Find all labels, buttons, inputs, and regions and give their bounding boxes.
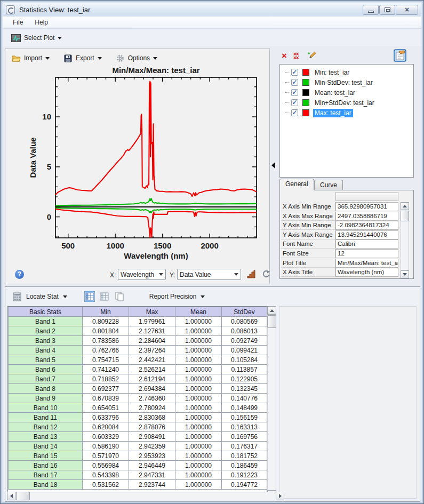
table-row[interactable]: Band 130.6033292.9084911.0000000.169756 xyxy=(9,432,267,442)
table-row[interactable]: Band 40.7627662.3972641.0000000.099421 xyxy=(9,346,267,355)
table-row[interactable]: Band 110.6337962.8303681.0000000.156159 xyxy=(9,413,267,422)
export-button[interactable]: Export xyxy=(60,52,105,65)
y-axis-combobox[interactable]: Data Value xyxy=(177,269,241,280)
band-cell[interactable]: Band 18 xyxy=(9,480,83,490)
stairs-step-plot-icon[interactable] xyxy=(246,269,255,278)
value-cell[interactable]: 2.746360 xyxy=(129,394,175,403)
value-cell[interactable]: 0.086013 xyxy=(222,326,267,336)
table-row[interactable]: Band 10.8092281.9799611.0000000.080569 xyxy=(9,317,267,326)
band-cell[interactable]: Band 9 xyxy=(9,394,83,403)
band-cell[interactable]: Band 5 xyxy=(9,355,83,365)
tab-general[interactable]: General xyxy=(279,179,314,190)
table-row[interactable]: Band 120.6200842.8780761.0000000.163313 xyxy=(9,422,267,432)
value-cell[interactable]: 0.741240 xyxy=(83,365,129,374)
copy-icon[interactable] xyxy=(114,291,125,302)
panel-collapse-arrow[interactable] xyxy=(271,162,275,169)
table-view-selected-icon[interactable] xyxy=(84,291,95,302)
band-cell[interactable]: Band 4 xyxy=(9,346,83,355)
table-row[interactable]: Band 180.5315622.9237441.0000000.194772 xyxy=(9,480,267,490)
menu-help[interactable]: Help xyxy=(30,17,53,28)
delete-all-plots-icon[interactable]: ×××× xyxy=(293,52,299,60)
series-color-chip[interactable] xyxy=(302,69,309,76)
band-cell[interactable]: Band 3 xyxy=(9,336,83,346)
value-cell[interactable]: 1.000000 xyxy=(175,461,222,470)
value-cell[interactable]: 2.947331 xyxy=(129,470,175,480)
legend-checkbox[interactable]: ✓ xyxy=(291,109,298,116)
series-color-chip[interactable] xyxy=(302,109,309,116)
value-cell[interactable]: 0.132345 xyxy=(222,384,267,394)
options-button[interactable]: Options xyxy=(113,52,161,65)
property-value[interactable]: Wavelength (nm) xyxy=(335,268,398,277)
value-cell[interactable]: 0.754715 xyxy=(83,355,129,365)
value-cell[interactable]: 0.181752 xyxy=(222,451,267,461)
legend-item[interactable]: ✓Min-StdDev: test_iar xyxy=(280,77,413,87)
legend-item[interactable]: ✓Min+StdDev: test_iar xyxy=(280,98,413,108)
window-titlebar[interactable]: Statistics View: test_iar × xyxy=(3,3,421,17)
value-cell[interactable]: 1.000000 xyxy=(175,432,222,442)
value-cell[interactable]: 0.620084 xyxy=(83,422,129,432)
legend-label[interactable]: Min-StdDev: test_iar xyxy=(313,78,374,87)
value-cell[interactable]: 2.780924 xyxy=(129,403,175,413)
band-cell[interactable]: Band 11 xyxy=(9,413,83,422)
value-cell[interactable]: 2.953923 xyxy=(129,451,175,461)
property-scrollbar-thumb[interactable] xyxy=(401,211,409,221)
value-cell[interactable]: 0.718852 xyxy=(83,374,129,384)
value-cell[interactable]: 2.694384 xyxy=(129,384,175,394)
property-value[interactable]: 12 xyxy=(335,249,398,258)
value-cell[interactable]: 1.000000 xyxy=(175,374,222,384)
value-cell[interactable]: 2.442421 xyxy=(129,355,175,365)
table-row[interactable]: Band 90.6708392.7463601.0000000.140776 xyxy=(9,394,267,403)
column-header[interactable]: Mean xyxy=(175,307,222,317)
table-row[interactable]: Band 80.6923772.6943841.0000000.132345 xyxy=(9,384,267,394)
table-scroll-right[interactable] xyxy=(276,492,284,500)
legend-checkbox[interactable]: ✓ xyxy=(291,89,298,96)
table-row[interactable]: Band 160.5569842.9464491.0000000.186459 xyxy=(9,461,267,470)
value-cell[interactable]: 0.801804 xyxy=(83,326,129,336)
value-cell[interactable]: 0.670839 xyxy=(83,394,129,403)
value-cell[interactable]: 0.191223 xyxy=(222,470,267,480)
band-cell[interactable]: Band 10 xyxy=(9,403,83,413)
property-value[interactable]: Min/Max/Mean: test_iar xyxy=(335,259,398,268)
property-value[interactable]: -2.0982364817324 xyxy=(335,221,398,230)
value-cell[interactable]: 2.946449 xyxy=(129,461,175,470)
close-button[interactable]: × xyxy=(396,5,418,15)
value-cell[interactable]: 1.000000 xyxy=(175,480,222,490)
column-header[interactable]: Max xyxy=(129,307,175,317)
table-row[interactable]: Band 100.6540512.7809241.0000000.148499 xyxy=(9,403,267,413)
legend-label[interactable]: Min+StdDev: test_iar xyxy=(313,99,376,107)
help-button[interactable]: ? xyxy=(15,270,24,279)
legend-checkbox[interactable]: ✓ xyxy=(291,79,298,86)
column-header[interactable]: StdDev xyxy=(222,307,267,317)
property-value[interactable]: 13.945291440076 xyxy=(335,230,398,239)
legend-label[interactable]: Min: test_iar xyxy=(313,68,351,77)
legend-label[interactable]: Max: test_iar xyxy=(313,109,353,117)
table-view-icon[interactable] xyxy=(99,291,110,302)
value-cell[interactable]: 2.127631 xyxy=(129,326,175,336)
value-cell[interactable]: 1.000000 xyxy=(175,451,222,461)
band-cell[interactable]: Band 8 xyxy=(9,384,83,394)
value-cell[interactable]: 0.148499 xyxy=(222,403,267,413)
value-cell[interactable]: 0.080569 xyxy=(222,317,267,326)
table-scroll-up[interactable] xyxy=(267,306,276,315)
value-cell[interactable]: 1.000000 xyxy=(175,470,222,480)
edit-pencil-icon[interactable] xyxy=(307,51,316,60)
value-cell[interactable]: 2.942359 xyxy=(129,442,175,451)
menu-file[interactable]: File xyxy=(8,17,28,28)
value-cell[interactable]: 0.169756 xyxy=(222,432,267,442)
value-cell[interactable]: 0.783586 xyxy=(83,336,129,346)
column-header[interactable]: Basic Stats xyxy=(9,307,83,317)
locate-stat-button[interactable]: Locate Stat xyxy=(10,291,70,303)
legend-label[interactable]: Mean: test_iar xyxy=(313,89,357,97)
property-value[interactable]: 365.92980957031 xyxy=(335,202,398,211)
band-cell[interactable]: Band 2 xyxy=(9,326,83,336)
value-cell[interactable]: 0.186459 xyxy=(222,461,267,470)
property-value[interactable]: Calibri xyxy=(335,239,398,249)
delete-plot-icon[interactable]: × xyxy=(282,51,287,60)
value-cell[interactable]: 0.809228 xyxy=(83,317,129,326)
value-cell[interactable]: 0.692377 xyxy=(83,384,129,394)
value-cell[interactable]: 2.526214 xyxy=(129,365,175,374)
table-row[interactable]: Band 20.8018042.1276311.0000000.086013 xyxy=(9,326,267,336)
value-cell[interactable]: 1.000000 xyxy=(175,442,222,451)
value-cell[interactable]: 0.571970 xyxy=(83,451,129,461)
table-row[interactable]: Band 50.7547152.4424211.0000000.105284 xyxy=(9,355,267,365)
